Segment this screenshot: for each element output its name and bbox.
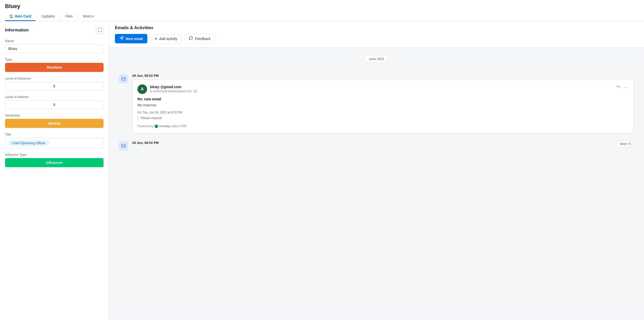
date-pill-wrapper: June 2023 bbox=[119, 55, 634, 69]
tab-more[interactable]: More ▾ bbox=[79, 12, 98, 21]
email-icon-1 bbox=[119, 74, 128, 83]
email-time-row-2: 29 Jun, 08:52 PM Seen / 6 bbox=[132, 141, 634, 147]
sender-row-1: A bluey @gmail.com to anthony@adaptivepa… bbox=[137, 84, 198, 94]
email-subject-1: Re: new email bbox=[137, 97, 629, 101]
more-options-icon[interactable]: ⋯ bbox=[623, 84, 629, 90]
send-icon bbox=[119, 36, 124, 41]
section-title: Information bbox=[5, 28, 29, 33]
feedback-icon bbox=[189, 36, 193, 41]
app-title: Bluey bbox=[5, 3, 639, 10]
email-card-1: A bluey @gmail.com to anthony@adaptivepa… bbox=[132, 80, 634, 133]
right-header: Emails & Activities New email + Add acti… bbox=[109, 21, 644, 48]
influence-type-button[interactable]: Influencer bbox=[5, 158, 104, 167]
email-quote-bar-1: Please respond bbox=[137, 116, 629, 120]
sentiment-label: Sentiment bbox=[5, 114, 104, 117]
title-badge: Chief Operating Officer bbox=[8, 140, 49, 146]
timeline-area: June 2023 29 Jun, 08:52 PM bbox=[109, 48, 644, 166]
email-body-1: My response On Thu, Jun 29, 2023 at 8:52… bbox=[137, 103, 629, 128]
expand-icon: ⛶ bbox=[98, 28, 102, 32]
tab-divider-3 bbox=[78, 14, 78, 19]
email-time-1: 29 Jun, 08:52 PM bbox=[132, 74, 634, 78]
top-bar: Bluey 🏠 Item Card Updates Files More ▾ bbox=[0, 0, 644, 21]
left-panel: Information ⛶ Name Type Resident Level o… bbox=[0, 21, 109, 319]
title-field-group: Title Chief Operating Officer bbox=[5, 133, 104, 148]
tab-item-card[interactable]: 🏠 Item Card bbox=[5, 12, 35, 21]
sender-email-1: bluey @gmail.com bbox=[150, 85, 198, 89]
tab-bar: 🏠 Item Card Updates Files More ▾ bbox=[5, 12, 639, 21]
email-timeline-icon-1 bbox=[119, 74, 128, 83]
email-icon-2 bbox=[119, 141, 128, 150]
type-field-group: Type Resident bbox=[5, 58, 104, 72]
influence-type-field-group: Influence Type Influencer bbox=[5, 153, 104, 167]
monday-dot-icon bbox=[154, 124, 158, 128]
title-input[interactable]: Chief Operating Officer bbox=[5, 138, 104, 148]
title-label: Title bbox=[5, 133, 104, 136]
chevron-down-icon: ▾ bbox=[92, 14, 94, 18]
email-content-1: 29 Jun, 08:52 PM A bluey @gmail.com bbox=[132, 74, 634, 133]
seen-badge: Seen / 6 bbox=[617, 141, 634, 147]
sender-info-1: bluey @gmail.com to anthony@adaptivepace… bbox=[150, 85, 198, 93]
email-header-1: A bluey @gmail.com to anthony@adaptivepa… bbox=[137, 84, 629, 94]
interest-field-group: Level of Interest bbox=[5, 95, 104, 109]
email-content-2: 29 Jun, 08:52 PM Seen / 6 bbox=[132, 141, 634, 147]
main-layout: Information ⛶ Name Type Resident Level o… bbox=[0, 21, 644, 319]
expand-button[interactable]: ⛶ bbox=[96, 26, 104, 34]
influence-input[interactable] bbox=[5, 82, 104, 90]
influence-label: Level of Influence bbox=[5, 77, 104, 80]
email-actions-1: ⋯ bbox=[616, 84, 629, 90]
type-label: Type bbox=[5, 58, 104, 61]
tab-updates[interactable]: Updates bbox=[38, 12, 59, 21]
tab-divider-1 bbox=[36, 14, 37, 19]
timeline-item-2: 29 Jun, 08:52 PM Seen / 6 bbox=[119, 141, 634, 150]
recipient-dropdown-icon[interactable]: ▾ bbox=[193, 89, 198, 93]
interest-input[interactable] bbox=[5, 100, 104, 109]
plus-icon: + bbox=[155, 36, 157, 41]
email-quote-1: On Thu, Jun 29, 2023 at 8:52 PM Please r… bbox=[137, 110, 629, 120]
influence-field-group: Level of Influence bbox=[5, 77, 104, 90]
name-field-group: Name bbox=[5, 39, 104, 53]
tab-divider-2 bbox=[60, 14, 60, 19]
avatar-1: A bbox=[137, 84, 147, 94]
svg-rect-2 bbox=[122, 77, 126, 80]
type-button[interactable]: Resident bbox=[5, 63, 104, 72]
email-time-2: 29 Jun, 08:52 PM bbox=[132, 141, 159, 145]
svg-rect-3 bbox=[122, 144, 126, 147]
recipient-row-1: to anthony@adaptivepace.com ▾ bbox=[150, 89, 198, 93]
name-input[interactable] bbox=[5, 44, 104, 53]
name-label: Name bbox=[5, 39, 104, 43]
timeline-item-1: 29 Jun, 08:52 PM A bluey @gmail.com bbox=[119, 74, 634, 133]
monday-logo: monday bbox=[154, 124, 170, 128]
sentiment-button[interactable]: Neutral bbox=[5, 119, 104, 128]
home-icon: 🏠 bbox=[9, 14, 13, 18]
new-email-button[interactable]: New email bbox=[115, 34, 147, 43]
emails-activities-title: Emails & Activities bbox=[115, 25, 638, 30]
section-header: Information ⛶ bbox=[5, 26, 104, 34]
tab-files[interactable]: Files bbox=[61, 12, 77, 21]
reply-icon[interactable] bbox=[616, 85, 621, 90]
date-pill: June 2023 bbox=[365, 55, 389, 63]
right-panel: Emails & Activities New email + Add acti… bbox=[109, 21, 644, 319]
influence-type-label: Influence Type bbox=[5, 153, 104, 157]
sentiment-field-group: Sentiment Neutral bbox=[5, 114, 104, 128]
powered-by-1: Powered by monday sales CRM bbox=[137, 124, 629, 128]
feedback-button[interactable]: Feedback bbox=[185, 34, 215, 43]
add-activity-button[interactable]: + Add activity bbox=[150, 34, 182, 43]
interest-label: Level of Interest bbox=[5, 95, 104, 99]
action-buttons: New email + Add activity Feedback bbox=[115, 34, 638, 43]
